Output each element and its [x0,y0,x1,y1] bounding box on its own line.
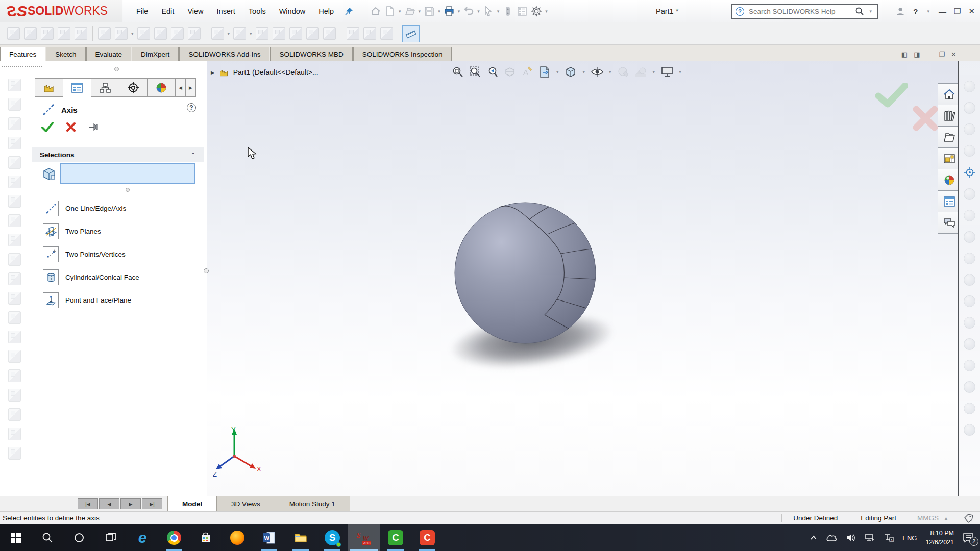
design-library-icon[interactable] [938,105,959,127]
tab-model[interactable]: Model [167,496,217,511]
graphics-viewport[interactable]: ▶ Part1 (Default<<Default>... A ▾ ▾ ▾ ▾ [207,61,959,496]
scroll-last-button[interactable]: ▶| [142,498,162,509]
display-manager-tab[interactable] [147,78,176,97]
chrome-icon[interactable] [158,524,190,551]
select-caret[interactable]: ▾ [497,9,500,14]
zoom-to-fit-icon[interactable] [451,65,464,79]
scroll-prev-button[interactable]: ◀ [99,498,119,509]
word-icon[interactable]: W [253,524,285,551]
search-scope-caret[interactable]: ▾ [869,9,872,14]
cortana-icon[interactable] [63,524,95,551]
property-manager-tab[interactable] [63,78,91,97]
menu-window[interactable]: Window [273,4,312,18]
panel-drag-dots[interactable] [2,66,42,67]
solidworks-taskbar-icon[interactable]: SW2018 [348,524,380,551]
file-explorer-pane-icon[interactable] [938,126,959,148]
dimxpert-manager-tab[interactable] [119,78,148,97]
tab-features[interactable]: Features [0,47,45,61]
ok-check-button[interactable] [41,121,54,133]
scroll-first-button[interactable]: |◀ [78,498,98,509]
confirmation-corner-accept-icon[interactable] [875,83,908,108]
tree-expand-arrow[interactable]: ▶ [211,70,215,76]
tag-icon[interactable] [958,514,980,523]
help-scope-icon[interactable]: ? [736,7,744,16]
doc-close-icon[interactable]: ✕ [951,51,957,58]
selections-group-header[interactable]: Selections ⌃ [32,147,204,162]
file-explorer-icon[interactable] [285,524,316,551]
menu-tools[interactable]: Tools [242,4,273,18]
camtasia-recorder-icon[interactable]: C [411,524,443,551]
search-icon[interactable] [855,7,864,16]
camtasia-icon[interactable]: C [380,524,411,551]
forum-chat-icon[interactable] [938,212,959,234]
pm-help-icon[interactable]: ? [187,103,196,112]
option-point-and-face-plane[interactable]: Point and Face/Plane [43,289,202,312]
selection-box-resize-grip[interactable] [126,188,130,192]
view-palette-page-icon[interactable] [537,65,551,79]
options-gear-icon[interactable] [530,5,543,18]
task-view-icon[interactable] [95,524,127,551]
rebuild-icon[interactable] [501,5,514,18]
menu-insert[interactable]: Insert [210,4,242,18]
feature-tree-root[interactable]: ▶ Part1 (Default<<Default>... [211,67,318,78]
doc-minimize-icon[interactable]: — [926,51,933,58]
keep-visible-pin-button[interactable] [88,121,100,133]
tab-3d-views[interactable]: 3D Views [217,496,275,511]
pane-right-icon[interactable]: ◨ [914,51,920,58]
new-document-caret[interactable]: ▾ [399,9,401,14]
tab-motion-study-1[interactable]: Motion Study 1 [275,496,350,511]
user-account-icon[interactable] [895,6,905,16]
instant3d-active-icon[interactable] [402,25,420,42]
edge-icon[interactable]: e [127,524,158,551]
open-caret[interactable]: ▾ [419,9,421,14]
view-settings-monitor-icon[interactable] [660,65,674,79]
view-palette-caret[interactable]: ▾ [556,69,559,74]
pm-tabs-scroll-left[interactable]: ◀ [175,78,186,97]
panel-splitter-grip[interactable] [114,67,119,71]
print-icon[interactable] [443,5,456,18]
view-palette-pane-icon[interactable] [938,147,959,169]
option-cylindrical-conical-face[interactable]: Cylindrical/Conical Face [43,266,202,289]
axis-selection-input[interactable] [60,163,195,184]
pane-left-icon[interactable]: ◧ [901,51,908,58]
menu-file[interactable]: File [130,4,155,18]
firefox-icon[interactable] [222,524,253,551]
unit-system-selector[interactable]: MMGS▲ [908,514,958,523]
help-search-input[interactable] [748,7,851,16]
network-icon[interactable] [865,533,875,542]
home-icon[interactable] [369,5,382,18]
previous-view-icon[interactable] [485,65,499,79]
target-crosshair-icon[interactable] [964,166,976,179]
tab-solidworks-addins[interactable]: SOLIDWORKS Add-Ins [179,47,270,61]
minimize-button[interactable]: — [939,7,946,16]
help-caret[interactable]: ▾ [927,9,929,14]
zoom-to-area-icon[interactable] [468,65,482,79]
skype-icon[interactable]: S [316,524,348,551]
tab-evaluate[interactable]: Evaluate [86,47,132,61]
doc-restore-icon[interactable]: ❐ [939,51,945,58]
undo-icon[interactable] [462,5,475,18]
volume-icon[interactable] [846,533,856,542]
menu-help[interactable]: Help [312,4,340,18]
tab-solidworks-mbd[interactable]: SOLIDWORKS MBD [270,47,352,61]
action-center-icon[interactable]: 2 [963,533,974,543]
display-style-caret[interactable]: ▾ [609,69,611,74]
view-settings-caret[interactable]: ▾ [679,69,681,74]
language-indicator[interactable]: ENG [902,534,917,542]
help-icon[interactable]: ? [913,7,918,16]
cancel-x-button[interactable] [65,121,77,133]
menu-view[interactable]: View [181,4,210,18]
panel-resize-grip[interactable] [204,268,209,273]
tab-dimxpert[interactable]: DimXpert [132,47,179,61]
confirmation-corner-cancel-icon[interactable] [912,105,939,132]
view-orientation-cube-icon[interactable] [564,65,578,79]
save-icon[interactable] [423,5,436,18]
file-properties-icon[interactable] [516,5,529,18]
new-document-icon[interactable] [383,5,397,18]
onedrive-icon[interactable] [826,534,837,542]
restore-button[interactable]: ❐ [954,7,961,16]
configuration-manager-tab[interactable] [91,78,119,97]
option-two-planes[interactable]: Two Planes [43,220,202,243]
featuremanager-tree-tab[interactable] [35,78,63,97]
close-button[interactable]: ✕ [968,7,975,16]
